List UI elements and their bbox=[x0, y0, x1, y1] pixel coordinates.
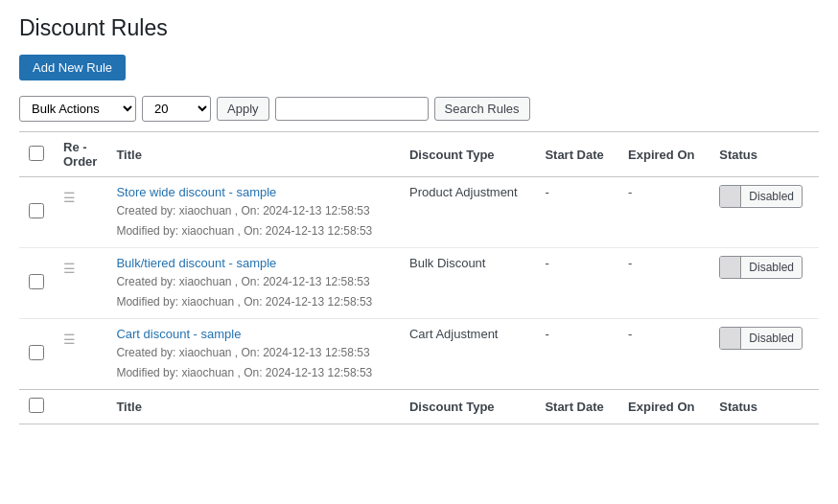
row-checkbox-2[interactable] bbox=[29, 345, 44, 360]
status-toggle[interactable]: Disabled bbox=[719, 185, 803, 208]
drag-handle-icon[interactable]: ☰ bbox=[63, 261, 76, 276]
select-all-checkbox[interactable] bbox=[29, 146, 44, 161]
page-wrap: Discount Rules Add New Rule Bulk Actions… bbox=[0, 0, 838, 504]
header-discount-type-col: Discount Type bbox=[400, 132, 535, 177]
row-checkbox-cell bbox=[19, 319, 54, 390]
page-title: Discount Rules bbox=[19, 15, 819, 41]
table-row: ☰ Cart discount - sample Created by: xia… bbox=[19, 319, 819, 390]
footer-expired-on-col: Expired On bbox=[618, 390, 710, 424]
footer-select-all-checkbox[interactable] bbox=[29, 398, 44, 413]
rule-modified-meta: Modified by: xiaochuan , On: 2024-12-13 … bbox=[116, 222, 390, 240]
rule-title: Bulk/tiered discount - sample bbox=[116, 256, 390, 270]
per-page-select[interactable]: 20 10 50 100 bbox=[142, 96, 211, 122]
row-title-cell: Store wide discount - sample Created by:… bbox=[106, 177, 400, 248]
rule-modified-meta: Modified by: xiaochuan , On: 2024-12-13 … bbox=[116, 293, 390, 310]
footer-start-date-col: Start Date bbox=[535, 390, 618, 424]
row-checkbox-cell bbox=[19, 248, 54, 319]
header-checkbox-col bbox=[19, 132, 54, 177]
row-drag-cell: ☰ bbox=[54, 177, 106, 248]
search-input[interactable] bbox=[275, 97, 429, 121]
row-status-cell: Disabled bbox=[710, 177, 819, 248]
drag-handle-icon[interactable]: ☰ bbox=[63, 190, 76, 205]
row-start-date-cell: - bbox=[535, 177, 618, 248]
row-title-cell: Bulk/tiered discount - sample Created by… bbox=[106, 248, 400, 319]
row-expired-on-cell: - bbox=[618, 248, 710, 319]
add-new-rule-button[interactable]: Add New Rule bbox=[19, 55, 126, 80]
table-footer-row: Title Discount Type Start Date Expired O… bbox=[19, 390, 819, 424]
footer-title-col: Title bbox=[106, 390, 400, 424]
row-checkbox-0[interactable] bbox=[29, 203, 44, 218]
row-status-cell: Disabled bbox=[710, 319, 819, 390]
row-title-cell: Cart discount - sample Created by: xiaoc… bbox=[106, 319, 400, 390]
table-row: ☰ Bulk/tiered discount - sample Created … bbox=[19, 248, 819, 319]
row-discount-type-cell: Product Adjustment bbox=[400, 177, 535, 248]
toggle-knob bbox=[720, 328, 741, 349]
search-rules-button[interactable]: Search Rules bbox=[434, 97, 530, 121]
footer-discount-type-col: Discount Type bbox=[400, 390, 535, 424]
status-toggle[interactable]: Disabled bbox=[719, 327, 803, 350]
toggle-knob bbox=[720, 186, 741, 207]
row-status-cell: Disabled bbox=[710, 248, 819, 319]
toggle-knob bbox=[720, 257, 741, 278]
status-label: Disabled bbox=[741, 258, 802, 277]
rule-title-link[interactable]: Bulk/tiered discount - sample bbox=[116, 256, 276, 270]
toolbar: Bulk Actions Delete 20 10 50 100 Apply S… bbox=[19, 96, 819, 122]
row-expired-on-cell: - bbox=[618, 177, 710, 248]
bulk-actions-select[interactable]: Bulk Actions Delete bbox=[19, 96, 136, 122]
rule-created-meta: Created by: xiaochuan , On: 2024-12-13 1… bbox=[116, 202, 390, 219]
status-label: Disabled bbox=[741, 187, 802, 206]
drag-handle-icon[interactable]: ☰ bbox=[63, 332, 76, 347]
rule-title-link[interactable]: Cart discount - sample bbox=[116, 327, 241, 341]
table-header-row: Re - Order Title Discount Type Start Dat… bbox=[19, 132, 819, 177]
header-status-col: Status bbox=[710, 132, 819, 177]
row-discount-type-cell: Bulk Discount bbox=[400, 248, 535, 319]
rules-table: Re - Order Title Discount Type Start Dat… bbox=[19, 131, 819, 424]
table-row: ☰ Store wide discount - sample Created b… bbox=[19, 177, 819, 248]
row-drag-cell: ☰ bbox=[54, 319, 106, 390]
row-checkbox-1[interactable] bbox=[29, 274, 44, 289]
header-expired-on-col: Expired On bbox=[618, 132, 710, 177]
header-start-date-col: Start Date bbox=[535, 132, 618, 177]
status-toggle[interactable]: Disabled bbox=[719, 256, 803, 279]
row-discount-type-cell: Cart Adjustment bbox=[400, 319, 535, 390]
row-drag-cell: ☰ bbox=[54, 248, 106, 319]
rule-created-meta: Created by: xiaochuan , On: 2024-12-13 1… bbox=[116, 273, 390, 290]
header-title-col: Title bbox=[106, 132, 400, 177]
row-start-date-cell: - bbox=[535, 248, 618, 319]
rule-title: Store wide discount - sample bbox=[116, 185, 390, 199]
footer-checkbox-col bbox=[19, 390, 54, 424]
rule-created-meta: Created by: xiaochuan , On: 2024-12-13 1… bbox=[116, 344, 390, 361]
rule-modified-meta: Modified by: xiaochuan , On: 2024-12-13 … bbox=[116, 364, 390, 381]
row-expired-on-cell: - bbox=[618, 319, 710, 390]
rule-title: Cart discount - sample bbox=[116, 327, 390, 341]
row-start-date-cell: - bbox=[535, 319, 618, 390]
row-checkbox-cell bbox=[19, 177, 54, 248]
footer-status-col: Status bbox=[710, 390, 819, 424]
apply-button[interactable]: Apply bbox=[217, 97, 269, 121]
rule-title-link[interactable]: Store wide discount - sample bbox=[116, 185, 276, 199]
footer-reorder-col bbox=[54, 390, 106, 424]
header-reorder-col: Re - Order bbox=[54, 132, 106, 177]
status-label: Disabled bbox=[741, 329, 802, 348]
